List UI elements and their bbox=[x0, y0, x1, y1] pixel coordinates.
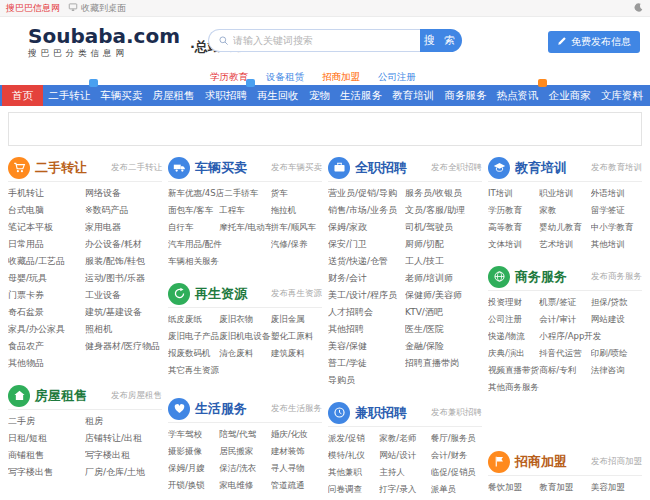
category-link[interactable]: 司机/驾驶员 bbox=[405, 219, 482, 236]
category-link[interactable]: 庆典/演出 bbox=[488, 345, 539, 362]
publish-link[interactable]: 发布房屋租售 bbox=[111, 390, 162, 402]
category-link[interactable]: 人才招聘会 bbox=[328, 304, 405, 321]
logo[interactable]: Soubaba.com 搜巴巴分类信息网 bbox=[28, 24, 180, 60]
category-link[interactable]: 母婴/玩具 bbox=[8, 270, 85, 287]
category-link[interactable]: 会计/财务 bbox=[431, 447, 482, 464]
category-link[interactable]: 家教/老师 bbox=[379, 430, 430, 447]
site-name-link[interactable]: 搜巴巴信息网 bbox=[6, 2, 60, 15]
category-link[interactable]: 纸皮废纸 bbox=[168, 311, 219, 328]
category-link[interactable]: 废旧电子产品 bbox=[168, 328, 219, 345]
category-link[interactable]: 快递/物流 bbox=[488, 328, 539, 345]
category-link[interactable]: 写字楼出租 bbox=[85, 447, 162, 464]
category-link[interactable]: 临促/促销员 bbox=[431, 464, 482, 481]
category-link[interactable]: 运动/图书/乐器 bbox=[85, 270, 162, 287]
publish-link[interactable]: 发布再生资源 bbox=[271, 288, 322, 300]
nav-item[interactable]: 生活服务 bbox=[335, 85, 387, 106]
category-link[interactable]: 服装/配饰/鞋包 bbox=[85, 253, 162, 270]
publish-link[interactable]: 发布教育培训 bbox=[591, 162, 642, 174]
category-link[interactable]: 自行车 bbox=[168, 219, 219, 236]
hot-link[interactable]: 设备租赁 bbox=[266, 71, 304, 84]
hot-link[interactable]: 招商加盟 bbox=[322, 71, 360, 84]
publish-link[interactable]: 发布商务服务 bbox=[591, 271, 642, 283]
publish-link[interactable]: 发布全职招聘 bbox=[431, 162, 482, 174]
category-link[interactable]: 其他培训 bbox=[591, 236, 642, 253]
category-link[interactable]: 开锁/换锁 bbox=[168, 477, 219, 494]
category-link[interactable]: 艺术培训 bbox=[539, 236, 590, 253]
category-link[interactable]: 中小学教育 bbox=[591, 219, 642, 236]
category-link[interactable]: 手机转让 bbox=[8, 185, 85, 202]
category-link[interactable]: 法律咨询 bbox=[591, 362, 642, 379]
category-link[interactable]: 小程序/App开发 bbox=[539, 328, 642, 345]
category-link[interactable]: 租房 bbox=[85, 413, 162, 430]
category-link[interactable]: 美工/设计/程序员 bbox=[328, 287, 405, 304]
category-link[interactable]: 塑化工原料 bbox=[271, 328, 322, 345]
category-link[interactable]: 打字/录入 bbox=[379, 481, 430, 498]
category-link[interactable]: 模特/礼仪 bbox=[328, 447, 379, 464]
nav-item[interactable]: 企业商家 bbox=[544, 85, 596, 106]
category-link[interactable]: 工人/技工 bbox=[405, 253, 482, 270]
category-link[interactable]: 废旧机电设备 bbox=[219, 328, 270, 345]
category-link[interactable]: 废旧衣物 bbox=[219, 311, 270, 328]
category-link[interactable]: IT培训 bbox=[488, 185, 539, 202]
category-link[interactable]: 抖音代运营 bbox=[539, 345, 590, 362]
nav-item[interactable]: 宠物 bbox=[304, 85, 335, 106]
search-button[interactable]: 搜 索 bbox=[420, 29, 462, 52]
category-link[interactable]: 机票/签证 bbox=[539, 294, 590, 311]
category-link[interactable]: 高等教育 bbox=[488, 219, 539, 236]
category-link[interactable]: 摄影摄像 bbox=[168, 443, 219, 460]
category-link[interactable]: 店铺转让/出租 bbox=[85, 430, 162, 447]
category-link[interactable]: 职业培训 bbox=[539, 185, 590, 202]
category-link[interactable]: 普工/学徒 bbox=[328, 355, 405, 372]
category-link[interactable]: 派单员 bbox=[431, 481, 482, 498]
category-link[interactable]: 导购员 bbox=[328, 372, 405, 389]
category-link[interactable]: 其他物品 bbox=[8, 355, 85, 372]
category-link[interactable]: 工程车 bbox=[219, 202, 270, 219]
category-link[interactable]: 厨师/切配 bbox=[405, 236, 482, 253]
category-link[interactable]: 学车驾校 bbox=[168, 426, 219, 443]
category-link[interactable]: 主持人 bbox=[379, 464, 430, 481]
category-link[interactable]: 照相机 bbox=[85, 321, 162, 338]
category-link[interactable]: 车辆相关服务 bbox=[168, 253, 219, 270]
category-link[interactable]: 管道疏通 bbox=[271, 477, 322, 494]
category-link[interactable]: 销售/市场/业务员 bbox=[328, 202, 405, 219]
category-link[interactable]: 其它再生资源 bbox=[168, 362, 219, 379]
category-link[interactable]: 网站建设 bbox=[591, 311, 642, 328]
category-link[interactable]: 工业设备 bbox=[85, 287, 162, 304]
category-link[interactable]: 保姆/家政 bbox=[328, 219, 405, 236]
category-link[interactable]: 二手房 bbox=[8, 413, 85, 430]
category-link[interactable]: 家电维修 bbox=[219, 477, 270, 494]
category-link[interactable]: 建筑/基建设备 bbox=[85, 304, 162, 321]
category-link[interactable]: 美容加盟 bbox=[591, 479, 642, 496]
category-link[interactable]: 陪驾/代驾 bbox=[219, 426, 270, 443]
category-link[interactable]: 营业员/促销/导购 bbox=[328, 185, 405, 202]
category-link[interactable]: 财务/会计 bbox=[328, 270, 405, 287]
category-link[interactable]: 送货/快递/仓管 bbox=[328, 253, 405, 270]
category-link[interactable]: 保姆/月嫂 bbox=[168, 460, 219, 477]
category-link[interactable]: 健身器材/医疗物品 bbox=[85, 338, 162, 355]
category-link[interactable]: 报废数码机 bbox=[168, 345, 219, 362]
category-link[interactable]: 建材装饰 bbox=[271, 443, 322, 460]
category-link[interactable]: 会计/审计 bbox=[539, 311, 590, 328]
category-link[interactable]: 汽修/保养 bbox=[271, 236, 322, 253]
category-link[interactable]: 家教 bbox=[539, 202, 590, 219]
category-link[interactable]: 留学签证 bbox=[591, 202, 642, 219]
category-link[interactable]: 商标/专利 bbox=[539, 362, 590, 379]
category-link[interactable]: 视频直播带货 bbox=[488, 362, 539, 379]
category-link[interactable]: 拖拉机 bbox=[271, 202, 322, 219]
nav-item[interactable]: 商务服务 bbox=[439, 85, 491, 106]
category-link[interactable]: 婴幼儿教育 bbox=[539, 219, 590, 236]
category-link[interactable]: 担保/贷款 bbox=[591, 294, 642, 311]
category-link[interactable]: 医生/医院 bbox=[405, 321, 482, 338]
category-link[interactable]: 服务员/收银员 bbox=[405, 185, 482, 202]
category-link[interactable]: 网络设备 bbox=[85, 185, 162, 202]
publish-link[interactable]: 发布兼职招聘 bbox=[431, 407, 482, 419]
category-link[interactable]: 新车优惠/4S店二手轿车 bbox=[168, 185, 271, 202]
category-link[interactable]: 外语培训 bbox=[591, 185, 642, 202]
hot-link[interactable]: 公司注册 bbox=[378, 71, 416, 84]
category-link[interactable]: 日常用品 bbox=[8, 236, 85, 253]
publish-link[interactable]: 发布二手转让 bbox=[111, 162, 162, 174]
category-link[interactable]: 办公设备/耗材 bbox=[85, 236, 162, 253]
category-link[interactable]: 奇石盆景 bbox=[8, 304, 85, 321]
publish-link[interactable]: 发布招商加盟 bbox=[591, 456, 642, 468]
nav-item[interactable]: 再生回收 bbox=[252, 85, 304, 106]
